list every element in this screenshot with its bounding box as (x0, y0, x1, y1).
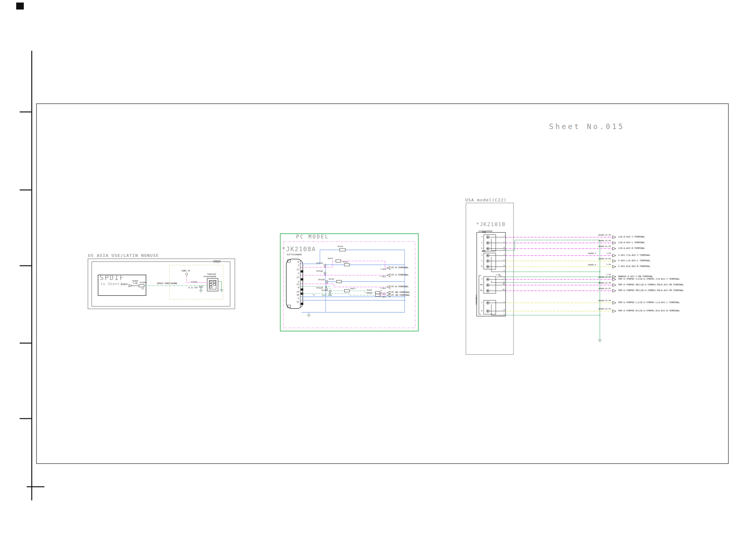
output-net-ref: GUARD-A1-P6 (570, 282, 611, 284)
resistor-symbol (339, 249, 345, 251)
spdif-box-title: SPDIF (100, 275, 124, 281)
input-arrow (387, 292, 391, 294)
pc-components (307, 249, 390, 317)
sheet-number: Sheet No.015 (549, 123, 625, 130)
pin-stubs (300, 264, 302, 300)
jack-label: L (479, 302, 482, 303)
output-terminal: PC-HD-TERMINAL (391, 292, 410, 293)
pc-block-title: PC MODEL (296, 235, 329, 240)
ground-symbol (598, 340, 602, 342)
output-net-ref: GUARD-A1-P2 (570, 245, 611, 247)
output-net-ref: 1-P4 (570, 264, 611, 266)
component-bracket (479, 276, 481, 314)
wire (345, 250, 405, 312)
group-label-av2: AV2 (482, 231, 486, 233)
output-net-ref: GUARD-V1-P5 (570, 234, 611, 236)
output-terminal: LCD-A-AV2-Y-TERMINAL (618, 236, 645, 238)
testpoint-label: TP3102 (316, 270, 323, 272)
jack-label: Y (479, 254, 482, 256)
pc-connector-ref: *JK2108A (282, 246, 316, 252)
junction (324, 275, 325, 276)
output-net-ref: 1-P5 (570, 274, 611, 276)
output-net-ref: GUARD-A1-P7 (570, 288, 611, 290)
output-terminal: PC-R-TERMINAL (391, 267, 409, 269)
output-arrow (612, 290, 616, 292)
pin-number: 6 (293, 261, 299, 263)
output-net-ref: GUARD-A1-P5 (570, 258, 611, 260)
edge-pin-label: Y (501, 235, 505, 237)
resistor-ref: *R2366 (139, 282, 146, 284)
usa-connector-ref: *JK2101B (476, 222, 505, 227)
resistor-symbol (337, 280, 341, 283)
output-arrow (612, 310, 616, 313)
jack-label: R (479, 266, 482, 267)
edge-pin-label: G (501, 313, 505, 315)
output-net-ref: GUARD-V1-P5 (570, 276, 611, 278)
pc-connector-part: K1FY315A0005 (287, 254, 302, 256)
resistor-label: R3126 (329, 278, 334, 280)
pin-number: 2 (293, 272, 299, 275)
output-arrow (612, 266, 616, 268)
left-corner-label: SPDIF (213, 261, 221, 263)
output-arrow (612, 284, 616, 287)
rca-pin (487, 285, 488, 285)
output-pin-ref: 7-N10 (374, 268, 386, 270)
schematic-page: Sheet No.015 US ASIA USE/LATIN NONUSE SP… (0, 0, 756, 534)
capacitor-value: 0.1u 16V (189, 287, 198, 289)
junction (324, 267, 325, 267)
jack-label: L (479, 260, 482, 262)
testpoint (324, 264, 326, 266)
rca-pin (487, 279, 488, 280)
input-arrow (387, 274, 391, 277)
corner-mark (16, 3, 24, 10)
output-terminal: PDP-U-YPBPR2-R/LCD-U-YPBPR1-R/A-AV1-R-TE… (618, 310, 680, 312)
resistor-symbol (344, 264, 349, 266)
left-connector-ref: *JK2142 (206, 273, 216, 276)
junction (404, 300, 405, 301)
output-arrow (612, 278, 616, 281)
pin-number: 13 (293, 284, 299, 286)
output-terminal: V-AV1-R/A-AV2-R-TERMINAL (618, 266, 650, 267)
power-rail-label: SUB3.3V (181, 270, 190, 272)
resistor-symbol (344, 290, 349, 292)
edge-pin-label: Y (501, 254, 505, 255)
pin-square (213, 284, 215, 285)
output-pin-ref: 7-N11 (374, 276, 386, 277)
spdif-box-subtitle: to Sheet2 (101, 282, 122, 286)
output-terminal: PC-B-TERMINAL (391, 286, 409, 288)
y-label: Y (313, 294, 314, 296)
pin-number: 15 (293, 301, 299, 303)
left-connector-part: K7AAAY00000B (203, 276, 216, 278)
output-arrow (612, 302, 616, 304)
rca-pin (487, 311, 488, 311)
wire-sync-h (302, 286, 375, 293)
branch-label: 4 (500, 276, 501, 277)
jack-group-box (484, 300, 496, 314)
usa-output-arrows (612, 236, 616, 313)
rca-pin (487, 255, 488, 256)
edge-pin-label: R (501, 265, 505, 267)
testpoint-label: TP3101 (316, 262, 323, 264)
junction (326, 286, 327, 287)
capacitor-ref: *C2253 (190, 281, 198, 283)
group-label-av1: AV1 (482, 250, 486, 252)
output-net-ref: GUARD-A1-P6 (570, 300, 611, 302)
pc-green-wires (302, 286, 375, 295)
output-arrow (612, 236, 616, 239)
pin-number: 11 (293, 268, 299, 271)
resistor-label: R3124 (338, 246, 343, 248)
pin-number: 1 (293, 265, 299, 267)
input-arrow (387, 286, 391, 289)
y-on-label: Y-ON (496, 274, 500, 276)
ground-symbol (220, 290, 224, 292)
branch-label: 4 (381, 290, 382, 292)
registration-marks (16, 3, 44, 500)
input-arrow (387, 294, 391, 297)
pc-magenta-border (284, 242, 415, 328)
input-arrow (387, 267, 391, 269)
edge-pin-label: G (501, 281, 505, 282)
jack-label: L (479, 242, 482, 243)
output-terminal: PDP-U-YPBPR2-PR/LCD-U-YPBPR1-PR/A-AV1-PR… (618, 290, 684, 292)
output-terminal: PDP-U-YPBPR2-L/LCD-U-YPBPR1-L/A-AV1-L-TE… (618, 302, 680, 304)
net-label-guard: GUARD (171, 283, 177, 285)
